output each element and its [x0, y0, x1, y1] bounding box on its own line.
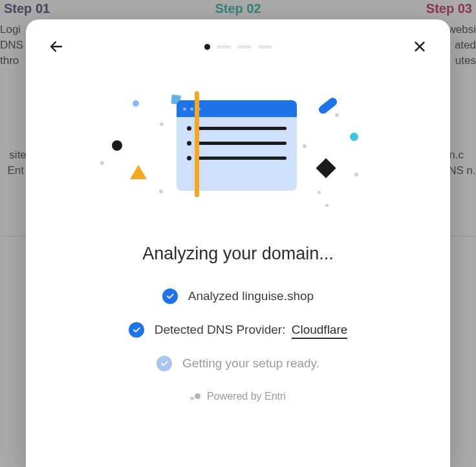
close-button[interactable]	[409, 36, 431, 58]
deco-dot-icon	[350, 133, 358, 141]
deco-dot-icon	[354, 173, 358, 177]
check-done-icon	[129, 322, 144, 338]
deco-dot-icon	[100, 161, 104, 165]
deco-circle-icon	[112, 140, 122, 151]
deco-dot-icon	[159, 190, 163, 193]
analyze-domain-modal: Analyzing your domain... Analyzed lingui…	[26, 19, 450, 467]
deco-dot-icon	[160, 122, 164, 126]
progress-indicator	[204, 44, 272, 50]
entri-logo-icon	[190, 393, 202, 400]
deco-dot-icon	[133, 100, 139, 107]
check-pending-icon	[157, 356, 172, 371]
deco-dot-icon	[303, 144, 307, 148]
status-label: Detected DNS Provider: Cloudflare	[155, 323, 348, 337]
status-label: Getting your setup ready.	[182, 356, 319, 371]
status-prefix: Detected DNS Provider:	[155, 323, 286, 336]
deco-dot-icon	[325, 204, 329, 207]
check-done-icon	[162, 288, 178, 304]
status-label: Analyzed linguise.shop	[188, 289, 314, 303]
close-icon	[413, 39, 427, 54]
modal-header	[45, 35, 431, 58]
modal-title: Analyzing your domain...	[45, 244, 431, 264]
analyze-illustration	[45, 94, 431, 223]
progress-step	[258, 45, 272, 49]
dns-provider-link[interactable]: Cloudflare	[292, 323, 348, 339]
footer-label: Powered by Entri	[207, 391, 286, 402]
status-item-pending: Getting your setup ready.	[157, 356, 319, 371]
arrow-left-icon	[49, 39, 64, 54]
status-item-analyzed: Analyzed linguise.shop	[162, 288, 314, 304]
deco-triangle-icon	[130, 165, 147, 179]
deco-dot-icon	[335, 113, 339, 117]
deco-dot-icon	[318, 191, 321, 194]
deco-pill-icon	[317, 96, 338, 116]
modal-footer: Powered by Entri	[45, 391, 431, 402]
progress-step	[217, 45, 231, 49]
progress-step-active	[204, 44, 210, 50]
scan-line-icon	[195, 91, 199, 197]
status-item-detected: Detected DNS Provider: Cloudflare	[129, 322, 348, 338]
deco-diamond-icon	[316, 158, 336, 178]
back-button[interactable]	[45, 36, 67, 58]
status-list: Analyzed linguise.shop Detected DNS Prov…	[45, 288, 431, 371]
progress-step	[237, 45, 252, 49]
